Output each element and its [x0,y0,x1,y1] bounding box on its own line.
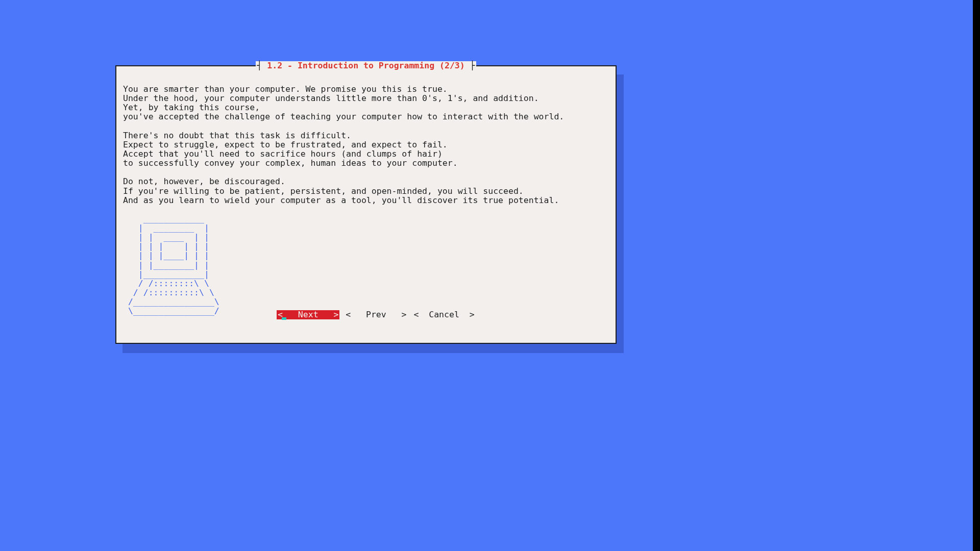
dialog-title: 1.2 - Introduction to Programming (2/3) [267,61,464,70]
text-cursor [282,317,286,320]
title-delim-left: ┤ [257,61,267,70]
dialog-title-bar: ┤ 1.2 - Introduction to Programming (2/3… [116,61,616,70]
dialog-body-text: You are smarter than your computer. We p… [123,85,609,205]
next-button-label: < Next > [278,310,338,319]
dialog-button-row: < Next > < Prev > < Cancel > [116,301,616,329]
title-delim-right: ├ [465,61,475,70]
tutorial-dialog: ┤ 1.2 - Introduction to Programming (2/3… [115,65,617,344]
cancel-button[interactable]: < Cancel > [412,310,475,319]
prev-button[interactable]: < Prev > [345,310,407,319]
next-button[interactable]: < Next > [277,310,339,319]
terminal-right-edge [973,0,980,551]
